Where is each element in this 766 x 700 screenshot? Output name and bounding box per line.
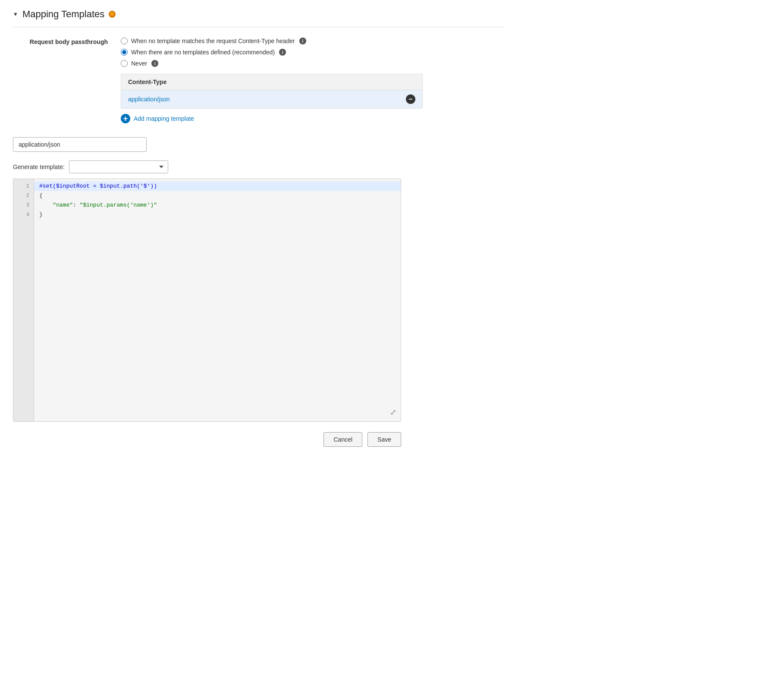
code-line-3: "name": "$input.params('name')": [39, 201, 396, 210]
content-type-input[interactable]: [13, 137, 147, 152]
code-line-empty-17: [39, 371, 396, 381]
code-line-empty-5: [39, 257, 396, 267]
table-row[interactable]: application/json −: [121, 90, 422, 108]
radio-item-1: When no template matches the request Con…: [121, 38, 423, 44]
code-line-2: {: [39, 191, 396, 201]
info-icon-3[interactable]: i: [151, 60, 158, 67]
add-template-row: + Add mapping template: [121, 114, 423, 123]
code-line-empty-15: [39, 352, 396, 362]
info-icon-2[interactable]: i: [279, 49, 286, 56]
line-num-22: [13, 381, 34, 390]
code-line-empty-19: [39, 390, 396, 400]
radio-label-3: Never: [131, 60, 147, 67]
radio-label-1: When no template matches the request Con…: [131, 38, 295, 44]
generate-label: Generate template:: [13, 163, 65, 170]
radio-input-3[interactable]: [121, 60, 128, 67]
code-line-empty-13: [39, 333, 396, 343]
code-line-empty-16: [39, 362, 396, 371]
code-line-empty-4: [39, 248, 396, 257]
passthrough-options: When no template matches the request Con…: [121, 38, 423, 123]
line-num-12: [13, 286, 34, 295]
radio-group: When no template matches the request Con…: [121, 38, 423, 67]
generate-template-select[interactable]: [69, 160, 168, 173]
line-num-7: [13, 239, 34, 248]
table-header: Content-Type: [121, 74, 422, 90]
line-num-14: [13, 305, 34, 314]
line-num-15: [13, 314, 34, 324]
line-num-23: [13, 390, 34, 400]
code-line-empty-14: [39, 343, 396, 352]
code-editor-inner: 1 2 3 4: [13, 179, 401, 421]
line-num-20: [13, 362, 34, 371]
line-num-6: [13, 229, 34, 239]
expand-icon[interactable]: ⤢: [390, 408, 396, 417]
line-num-9: [13, 257, 34, 267]
save-button[interactable]: Save: [367, 432, 401, 447]
line-num-21: [13, 371, 34, 381]
content-type-table: Content-Type application/json −: [121, 74, 423, 109]
line-num-4: 4: [13, 210, 34, 220]
remove-button[interactable]: −: [406, 94, 415, 104]
line-num-16: [13, 324, 34, 333]
radio-input-1[interactable]: [121, 38, 128, 44]
code-line-empty-11: [39, 314, 396, 324]
code-content[interactable]: #set($inputRoot = $input.path('$')) { "n…: [34, 179, 401, 421]
radio-input-2[interactable]: [121, 49, 128, 56]
line-num-19: [13, 352, 34, 362]
code-line-4: }: [39, 210, 396, 220]
status-dot: [109, 11, 116, 18]
code-line-empty-3: [39, 239, 396, 248]
add-template-link[interactable]: Add mapping template: [134, 115, 194, 122]
info-icon-1[interactable]: i: [299, 38, 306, 44]
line-num-2: 2: [13, 191, 34, 201]
code-line-empty-20: [39, 400, 396, 409]
code-line-empty-18: [39, 381, 396, 390]
code-line-empty-1: [39, 220, 396, 229]
code-line-empty-9: [39, 295, 396, 305]
code-line-empty-8: [39, 286, 396, 295]
line-num-8: [13, 248, 34, 257]
line-num-25: [13, 409, 34, 419]
line-num-13: [13, 295, 34, 305]
line-num-18: [13, 343, 34, 352]
add-icon[interactable]: +: [121, 114, 130, 123]
code-line-empty-7: [39, 276, 396, 286]
code-line-empty-2: [39, 229, 396, 239]
passthrough-label: Request body passthrough: [13, 38, 108, 45]
line-num-24: [13, 400, 34, 409]
footer-buttons: Cancel Save: [13, 432, 401, 447]
section-title: Mapping Templates: [22, 9, 104, 20]
content-type-link[interactable]: application/json: [128, 96, 170, 103]
line-num-17: [13, 333, 34, 343]
radio-label-2: When there are no templates defined (rec…: [131, 49, 275, 56]
code-line-empty-12: [39, 324, 396, 333]
code-editor-wrapper: 1 2 3 4: [13, 179, 401, 422]
collapse-arrow[interactable]: ▼: [13, 11, 18, 17]
line-num-1: 1: [13, 182, 34, 191]
radio-item-2: When there are no templates defined (rec…: [121, 49, 423, 56]
section-divider: [13, 27, 505, 27]
line-num-5: [13, 220, 34, 229]
line-num-3: 3: [13, 201, 34, 210]
editor-section: Generate template: 1 2 3 4: [13, 137, 505, 447]
code-line-empty-6: [39, 267, 396, 276]
cancel-button[interactable]: Cancel: [323, 432, 362, 447]
line-numbers: 1 2 3 4: [13, 179, 34, 421]
line-num-11: [13, 276, 34, 286]
code-line-1: #set($inputRoot = $input.path('$')): [34, 182, 401, 191]
radio-item-3: Never i: [121, 60, 423, 67]
generate-template-row: Generate template:: [13, 160, 505, 173]
line-num-10: [13, 267, 34, 276]
code-line-empty-10: [39, 305, 396, 314]
section-header: ▼ Mapping Templates: [13, 9, 505, 20]
passthrough-section: Request body passthrough When no templat…: [13, 38, 505, 123]
